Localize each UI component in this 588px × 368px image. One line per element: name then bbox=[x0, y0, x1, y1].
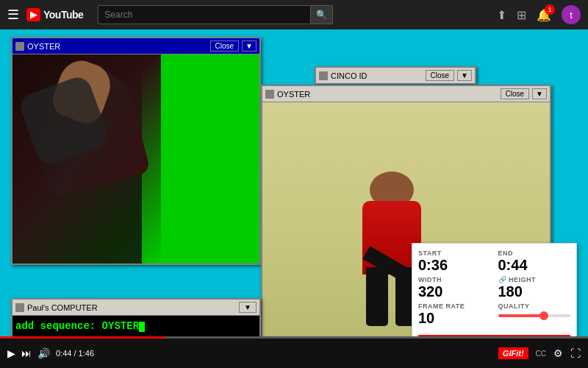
gif-width-value: 320 bbox=[418, 283, 491, 300]
window-oyster-large-title-text: OYSTER bbox=[277, 90, 310, 99]
gif-quality-label: QUALITY bbox=[498, 302, 571, 310]
video-oyster-small bbox=[12, 54, 259, 263]
gif-width-label: WIDTH bbox=[418, 276, 491, 283]
youtube-logo[interactable]: ▶ YouTube bbox=[26, 8, 83, 21]
window-cinco-close-button[interactable]: Close bbox=[426, 70, 455, 81]
notification-badge: 1 bbox=[545, 4, 555, 15]
window-pauls-dropdown[interactable]: ▼ bbox=[239, 302, 257, 313]
gifit-button[interactable]: GIFit! bbox=[498, 347, 528, 359]
gif-end-value: 0:44 bbox=[498, 257, 571, 273]
logo-text: YouTube bbox=[43, 9, 83, 21]
window-icon bbox=[15, 42, 24, 51]
window-cinco-title-text: CINCO ID bbox=[331, 71, 368, 80]
gif-start-label: START bbox=[418, 250, 491, 257]
grid-icon[interactable]: ⊞ bbox=[517, 8, 526, 22]
player-bar: ▶ ⏭ 🔊 0:44 / 1:46 GIFit! CC ⚙ ⛶ bbox=[0, 339, 588, 368]
topbar-right-icons: ⬆ ⊞ 🔔 1 t bbox=[497, 5, 581, 24]
player-time: 0:44 / 1:46 bbox=[56, 349, 94, 358]
window-oyster-small: OYSTER Close ▼ bbox=[11, 37, 261, 265]
window-cinco-dropdown-button[interactable]: ▼ bbox=[457, 70, 472, 81]
main-area: OYSTER Close ▼ CINCO ID bbox=[0, 29, 588, 339]
search-button[interactable]: 🔍 bbox=[311, 5, 333, 24]
gif-start-value: 0:36 bbox=[418, 257, 491, 273]
gif-framerate-label: FRAME RATE bbox=[418, 302, 491, 310]
volume-button[interactable]: 🔊 bbox=[37, 347, 50, 359]
gif-end-field: END 0:44 bbox=[498, 250, 571, 273]
window-cinco-controls: Close ▼ bbox=[426, 70, 472, 81]
window-pauls-controls: ▼ bbox=[239, 302, 257, 313]
window-dropdown-button[interactable]: ▼ bbox=[242, 40, 257, 52]
window-oyster-large-dropdown-button[interactable]: ▼ bbox=[532, 88, 547, 99]
fullscreen-button[interactable]: ⛶ bbox=[570, 347, 581, 359]
gif-framerate-value: 10 bbox=[418, 310, 491, 326]
window-cinco-icon bbox=[319, 71, 328, 80]
window-oyster-large-title: OYSTER bbox=[265, 90, 310, 99]
gif-height-label: 🔗 HEIGHT bbox=[498, 276, 571, 283]
player-right-controls: GIFit! CC ⚙ ⛶ bbox=[498, 347, 581, 359]
skip-next-button[interactable]: ⏭ bbox=[21, 347, 32, 359]
subtitles-button[interactable]: CC bbox=[536, 350, 546, 358]
gif-fields: START 0:36 END 0:44 WIDTH 320 🔗 HEIGHT 1… bbox=[412, 244, 576, 332]
window-pauls-title: Paul's COMPUTER bbox=[15, 303, 98, 312]
gif-width-field: WIDTH 320 bbox=[418, 276, 491, 300]
play-button[interactable]: ▶ bbox=[7, 347, 15, 359]
gif-quality-field: QUALITY bbox=[498, 302, 571, 326]
bell-icon[interactable]: 🔔 1 bbox=[537, 8, 551, 22]
gif-quality-thumb[interactable] bbox=[539, 311, 548, 320]
person-leg-left bbox=[366, 267, 388, 326]
gif-quality-track bbox=[498, 314, 571, 317]
window-controls: Close ▼ bbox=[210, 40, 257, 52]
window-cinco-id: CINCO ID Close ▼ bbox=[315, 66, 476, 84]
window-oyster-small-title: OYSTER bbox=[15, 42, 60, 51]
gif-end-label: END bbox=[498, 250, 571, 257]
search-input[interactable] bbox=[98, 5, 311, 24]
window-pauls-icon bbox=[15, 303, 24, 312]
cursor-blink bbox=[139, 322, 145, 332]
window-cinco-title: CINCO ID bbox=[319, 71, 368, 80]
window-oyster-small-title-text: OYSTER bbox=[27, 42, 60, 51]
window-oyster-small-content bbox=[12, 54, 259, 263]
settings-button[interactable]: ⚙ bbox=[553, 347, 563, 359]
window-oyster-large-controls: Close ▼ bbox=[501, 88, 547, 99]
gif-start-field: START 0:36 bbox=[418, 250, 491, 273]
upload-icon[interactable]: ⬆ bbox=[497, 8, 506, 22]
pauls-computer-input[interactable]: add sequence: OYSTER bbox=[15, 320, 139, 332]
logo-play-icon: ▶ bbox=[26, 8, 40, 21]
gif-height-field: 🔗 HEIGHT 180 bbox=[498, 276, 571, 300]
window-cinco-titlebar: CINCO ID Close ▼ bbox=[316, 68, 475, 84]
window-oyster-large-titlebar: OYSTER Close ▼ bbox=[262, 86, 550, 102]
window-oyster-large-icon bbox=[265, 90, 274, 99]
window-oyster-large-close-button[interactable]: Close bbox=[501, 88, 530, 99]
topbar: ☰ ▶ YouTube 🔍 ⬆ ⊞ 🔔 1 t bbox=[0, 0, 588, 29]
window-pauls-title-text: Paul's COMPUTER bbox=[27, 303, 98, 312]
menu-icon[interactable]: ☰ bbox=[7, 7, 19, 23]
window-oyster-small-titlebar: OYSTER Close ▼ bbox=[12, 38, 259, 54]
gif-quality-slider-container bbox=[498, 314, 571, 317]
window-pauls-titlebar: Paul's COMPUTER ▼ bbox=[12, 300, 259, 316]
search-bar: 🔍 bbox=[98, 5, 333, 24]
avatar[interactable]: t bbox=[562, 5, 581, 24]
window-close-button[interactable]: Close bbox=[210, 40, 240, 52]
gif-height-value: 180 bbox=[498, 283, 571, 300]
gif-framerate-field: FRAME RATE 10 bbox=[418, 302, 491, 326]
